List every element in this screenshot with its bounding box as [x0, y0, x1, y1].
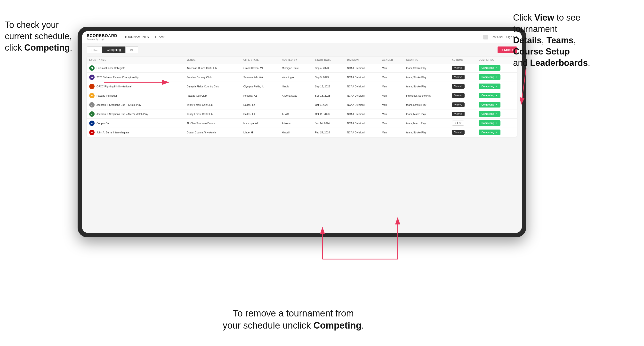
cell-competing: Competing ✓ [476, 128, 517, 137]
tournaments-table-container: EVENT NAME VENUE CITY, STATE HOSTED BY S… [87, 57, 517, 137]
cell-gender: Men [380, 109, 404, 119]
competing-button[interactable]: Competing ✓ [479, 65, 500, 71]
cell-division: NCAA Division I [344, 73, 380, 82]
cell-city-state: Dallas, TX [241, 100, 280, 109]
team-logo: H [89, 130, 94, 135]
team-logo: I [89, 84, 94, 89]
competing-button[interactable]: Competing ✓ [479, 74, 500, 80]
annotation-bottom: To remove a tournament fromyour schedule… [208, 308, 378, 332]
team-logo: W [89, 75, 94, 80]
competing-button[interactable]: Competing ✓ [479, 111, 500, 117]
cell-event-name: J Jackson T. Stephens Cup – Stroke Play [87, 100, 184, 109]
nav-teams[interactable]: TEAMS [155, 35, 166, 39]
cell-city-state: Lihue, HI [241, 128, 280, 137]
cell-scoring: team, Stroke Play [404, 128, 449, 137]
cell-venue: Olympia Fields Country Club [184, 82, 241, 91]
table-row: J Jackson T. Stephens Cup – Men's Match … [87, 109, 517, 119]
cell-competing: Competing ✓ [476, 63, 517, 73]
cell-start-date: Feb 15, 2024 [312, 128, 345, 137]
cell-hosted-by: Arizona [279, 119, 312, 128]
cell-venue: Ocean Course At Hokuala [184, 128, 241, 137]
competing-check-icon: ✓ [495, 85, 498, 88]
col-start-date: START DATE [312, 57, 345, 63]
competing-check-icon: ✓ [495, 103, 498, 106]
table-row: J Jackson T. Stephens Cup – Stroke Play … [87, 100, 517, 109]
view-button[interactable]: View ⊙ [452, 66, 464, 70]
cell-gender: Men [380, 82, 404, 91]
cell-division: NCAA Division I [344, 119, 380, 128]
team-logo: A [89, 121, 94, 126]
cell-hosted-by: Hawaii [279, 128, 312, 137]
competing-label: Competing [482, 103, 494, 106]
competing-check-icon: ✓ [495, 66, 498, 69]
cell-scoring: team, Match Play [404, 109, 449, 119]
competing-check-icon: ✓ [495, 122, 498, 125]
cell-division: NCAA Division I [344, 82, 380, 91]
cell-gender: Men [380, 128, 404, 137]
cell-competing: Competing ✓ [476, 119, 517, 128]
cell-hosted-by [279, 100, 312, 109]
tab-all[interactable]: All [125, 46, 138, 53]
competing-button[interactable]: Competing ✓ [479, 120, 500, 126]
cell-competing: Competing ✓ [476, 73, 517, 82]
cell-competing: Competing ✓ [476, 91, 517, 100]
cell-venue: Trinity Forest Golf Club [184, 100, 241, 109]
table-header-row: EVENT NAME VENUE CITY, STATE HOSTED BY S… [87, 57, 517, 63]
view-button[interactable]: View ⊙ [452, 93, 464, 98]
event-name-text: OFCC Fighting Illini Invitational [96, 85, 132, 88]
table-row: W 2023 Sahalee Players Championship Saha… [87, 73, 517, 82]
view-button[interactable]: View ⊙ [452, 84, 464, 89]
cell-actions: View ⊙ [450, 82, 476, 91]
cell-city-state: Maricopa, AZ [241, 119, 280, 128]
tabs-row: Ho... Competing All + Create [87, 46, 517, 53]
competing-button[interactable]: Competing ✓ [479, 130, 500, 135]
cell-venue: American Dunes Golf Club [184, 63, 241, 73]
view-button[interactable]: View ⊙ [452, 102, 464, 107]
team-logo: P [89, 93, 94, 98]
cell-actions: View ⊙ [450, 91, 476, 100]
cell-start-date: Jan 14, 2024 [312, 119, 345, 128]
view-button[interactable]: View ⊙ [452, 112, 464, 116]
cell-event-name: P Papago Individual [87, 91, 184, 100]
cell-city-state: Grand Haven, MI [241, 63, 280, 73]
cell-division: NCAA Division I [344, 128, 380, 137]
event-name-text: Papago Individual [96, 94, 117, 97]
cell-actions: ✏ Edit [450, 119, 476, 128]
tablet-screen: SCOREBOARD Powered by clippi TOURNAMENTS… [82, 31, 522, 233]
team-logo: J [89, 111, 94, 117]
team-logo: J [89, 102, 94, 108]
event-name-text: Jackson T. Stephens Cup – Stroke Play [96, 103, 141, 106]
competing-label: Competing [482, 131, 494, 134]
cell-start-date: Oct 9, 2023 [312, 100, 345, 109]
cell-actions: View ⊙ [450, 128, 476, 137]
competing-label: Competing [482, 113, 494, 115]
view-button[interactable]: View ⊙ [452, 75, 464, 79]
cell-actions: View ⊙ [450, 109, 476, 119]
cell-scoring: team, Stroke Play [404, 82, 449, 91]
cell-division: NCAA Division I [344, 109, 380, 119]
competing-button[interactable]: Competing ✓ [479, 102, 500, 108]
cell-city-state: Sammamish, WA [241, 73, 280, 82]
nav-right: Test User Sign out [483, 35, 517, 39]
competing-button[interactable]: Competing ✓ [479, 84, 500, 89]
event-name-text: Copper Cup [96, 122, 110, 125]
cell-competing: Competing ✓ [476, 109, 517, 119]
edit-button[interactable]: ✏ Edit [452, 121, 464, 126]
col-scoring: SCORING [404, 57, 449, 63]
cell-actions: View ⊙ [450, 73, 476, 82]
cell-hosted-by: Illinois [279, 82, 312, 91]
cell-venue: Trinity Forest Golf Club [184, 109, 241, 119]
cell-division: NCAA Division I [344, 100, 380, 109]
competing-label: Competing [482, 67, 494, 69]
user-icon [483, 35, 488, 39]
cell-actions: View ⊙ [450, 100, 476, 109]
event-name-text: Jackson T. Stephens Cup – Men's Match Pl… [96, 113, 148, 116]
view-button[interactable]: View ⊙ [452, 130, 464, 135]
cell-hosted-by: Michigan State [279, 63, 312, 73]
cell-start-date: Oct 11, 2023 [312, 109, 345, 119]
competing-button[interactable]: Competing ✓ [479, 93, 500, 98]
cell-event-name: H John A. Burns Intercollegiate [87, 128, 184, 137]
competing-label: Competing [482, 122, 494, 125]
nav-tournaments[interactable]: TOURNAMENTS [125, 35, 149, 39]
table-row: A Copper Cup Ak-Chin Southern Dunes Mari… [87, 119, 517, 128]
